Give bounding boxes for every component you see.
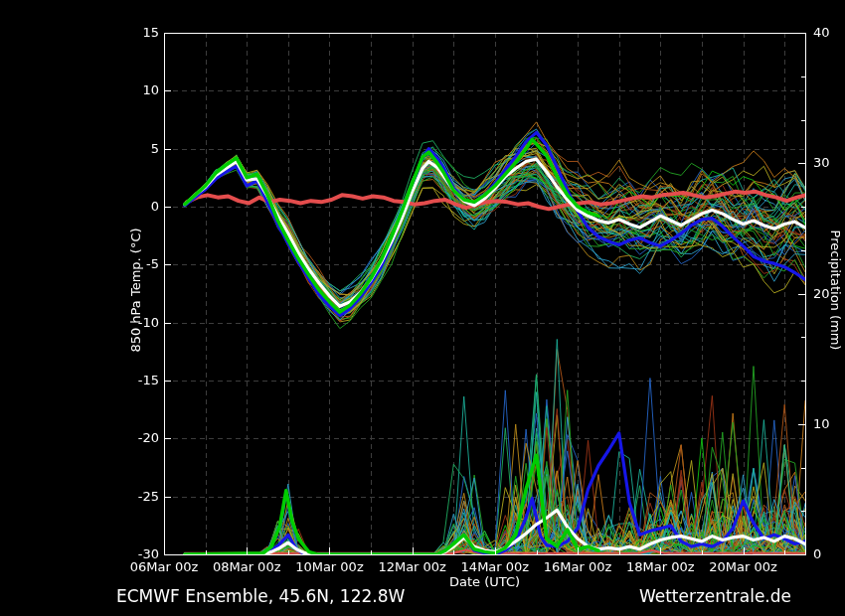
footer-brand: Wetterzentrale.de — [639, 586, 791, 606]
precip-tick-label: 0 — [813, 546, 821, 561]
date-tick-label: 12Mar 00z — [371, 559, 454, 574]
temp-tick-label: 10 — [111, 82, 159, 97]
date-tick-label: 06Mar 00z — [122, 559, 206, 574]
date-tick-label: 10Mar 00z — [287, 559, 371, 574]
date-tick-label: 14Mar 00z — [453, 559, 537, 574]
footer-model-info: ECMWF Ensemble, 45.6N, 122.8W — [116, 586, 405, 606]
temp-tick-label: -25 — [111, 489, 159, 504]
temp-tick-label: 15 — [111, 25, 159, 40]
precip-tick-label: 30 — [813, 155, 830, 170]
temp-tick-label: 0 — [111, 199, 159, 214]
date-tick-label: 16Mar 00z — [536, 559, 619, 574]
temp-tick-label: 5 — [111, 141, 159, 156]
meteogram-page: Portland (US) 850 hPa Temp. & Precipitat… — [0, 0, 845, 616]
precip-tick-label: 10 — [813, 416, 830, 431]
date-tick-label: 08Mar 00z — [205, 559, 288, 574]
left-axis-title: 850 hPa Temp. (°C) — [128, 228, 143, 352]
right-axis-title: Precipitation (mm) — [828, 231, 843, 351]
precip-tick-label: 40 — [813, 25, 830, 40]
date-tick-label: 18Mar 00z — [618, 559, 702, 574]
date-tick-label: 20Mar 00z — [702, 559, 785, 574]
temp-tick-label: -20 — [111, 430, 159, 445]
temp-tick-label: -15 — [111, 373, 159, 387]
